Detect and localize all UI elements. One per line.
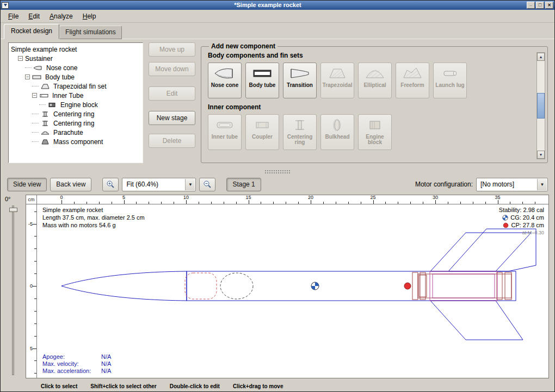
inner-tube-icon [39,92,50,98]
add-transition-button[interactable]: Transition [283,63,317,98]
menubar: File Edit Analyze Help [1,10,554,23]
component-button-label: Transition [287,83,313,88]
ruler-tick [398,202,398,204]
ruler-tick [298,202,299,204]
tree-item-mass-component[interactable]: Mass component [9,137,143,146]
ruler-tick [149,202,149,204]
add-centering-ring-button[interactable]: Centering ring [283,114,317,150]
rocket-canvas[interactable]: Simple example rocket Length 37.5 cm, ma… [37,204,548,378]
flight-stat-row: Max. velocity:N/A [42,360,111,368]
tree-item-inner-tube[interactable]: −Inner Tube [9,91,143,100]
rotation-slider[interactable] [12,206,14,375]
maximize-button[interactable] [536,2,544,9]
tree-item-body-tube[interactable]: −Body tube [9,72,143,82]
ruler-tick [273,202,274,204]
add-body-tube-button[interactable]: Body tube [245,63,279,98]
ruler-tick [435,200,436,204]
ruler-tick [87,202,87,204]
ruler-tick [510,202,510,204]
component-button-label: Engine block [359,134,391,145]
menu-edit[interactable]: Edit [24,11,44,22]
component-scrollbar[interactable]: ▲ ▼ [536,52,545,159]
rotation-control: 0° [1,195,26,378]
engine-block-icon [364,116,386,134]
status-hint: Double-click to edit [170,383,220,389]
tab-rocket-design[interactable]: Rocket design [4,24,59,39]
scroll-thumb[interactable] [537,93,545,119]
tree-item-sustainer[interactable]: −Sustainer [9,54,143,63]
tree-item-label: Nose cone [46,64,77,72]
tree-item-label: Mass component [53,138,103,146]
ruler-tick-label: 15 [245,195,251,200]
tree-item-centering-ring[interactable]: Centering ring [9,119,143,128]
tree-expander-icon[interactable]: − [18,56,23,61]
window-menu-icon[interactable] [2,2,9,9]
motor-configuration-select[interactable]: [No motors] ▼ [476,178,548,191]
delete-button[interactable]: Delete [149,134,195,148]
menu-analyze[interactable]: Analyze [45,11,77,22]
stage-1-toggle[interactable]: Stage 1 [226,178,261,191]
tree-item-engine-block[interactable]: Engine block [9,100,143,109]
tab-flight-simulations[interactable]: Flight simulations [59,26,122,39]
move-up-button[interactable]: Move up [149,42,195,57]
ruler-unit-label: cm [26,195,37,204]
tree-item-parachute[interactable]: Parachute [9,128,143,137]
fin-tab-outline [433,274,495,298]
component-tree[interactable]: Simple example rocket−SustainerNose cone… [8,42,143,163]
add-nose-cone-button[interactable]: Nose cone [208,63,242,98]
ruler-tick [34,261,36,262]
scroll-down-icon[interactable]: ▼ [537,151,545,159]
side-view-button[interactable]: Side view [7,178,47,191]
minimize-button[interactable] [527,2,535,9]
ruler-tick-label: 25 [370,195,375,200]
tree-item-nose-cone[interactable]: Nose cone [9,63,143,72]
motor-configuration-label: Motor configuration: [415,181,473,188]
add-launch-lug-button[interactable]: Launch lug [433,63,467,98]
tree-item-simple-example-rocket[interactable]: Simple example rocket [9,45,143,54]
tree-item-trapezoidal-fin-set[interactable]: Trapezoidal fin set [9,82,143,91]
tree-expander-icon[interactable]: − [25,74,30,79]
menu-help[interactable]: Help [78,11,101,22]
tree-connector-line [25,67,32,68]
tree-item-label: Inner Tube [52,92,83,99]
body-tube-icon [251,65,273,82]
window-title: *Simple example rocket [10,1,526,9]
zoom-out-button[interactable] [199,178,215,191]
ruler-tick [112,202,112,204]
tree-expander-icon[interactable]: − [32,93,37,98]
flight-stat-label: Max. acceleration: [42,368,101,375]
component-button-label: Bulkhead [325,134,349,140]
scroll-up-icon[interactable]: ▲ [537,53,545,61]
add-freeform-button[interactable]: Freeform [396,63,429,98]
close-button[interactable] [545,2,553,9]
add-elliptical-button[interactable]: Elliptical [358,63,392,98]
panel-splitter[interactable] [1,169,554,175]
ruler-tick [199,202,199,204]
ruler-tick [286,202,286,204]
mach-text: at M=0.30 [499,229,544,237]
flight-stats: Apogee:N/AMax. velocity:N/AMax. accelera… [42,353,111,375]
fin-set-icon [40,83,51,89]
add-bulkhead-button[interactable]: Bulkhead [320,114,354,150]
add-inner-tube-button[interactable]: Inner tube [208,114,242,150]
zoom-in-button[interactable] [102,178,119,191]
ruler-tick [34,236,36,237]
add-engine-block-button[interactable]: Engine block [358,114,392,150]
ruler-tick [249,200,249,204]
add-coupler-button[interactable]: Coupler [245,114,279,150]
back-view-button[interactable]: Back view [50,178,91,191]
edit-button[interactable]: Edit [149,86,195,101]
tree-item-centering-ring[interactable]: Centering ring [9,109,143,119]
flight-stat-value: N/A [101,353,111,360]
ruler-tick [34,336,36,337]
move-down-button[interactable]: Move down [149,62,195,76]
parachute-icon [40,129,51,135]
menu-file[interactable]: File [4,11,23,22]
tree-connector-line [32,123,39,123]
zoom-level-select[interactable]: Fit (60.4%) ▼ [122,178,196,191]
ruler-tick [174,202,174,204]
rotation-slider-thumb[interactable] [9,208,17,212]
new-stage-button[interactable]: New stage [149,111,195,125]
add-trapezoidal-button[interactable]: Trapezoidal [320,63,354,98]
tree-connector-line [32,141,39,142]
